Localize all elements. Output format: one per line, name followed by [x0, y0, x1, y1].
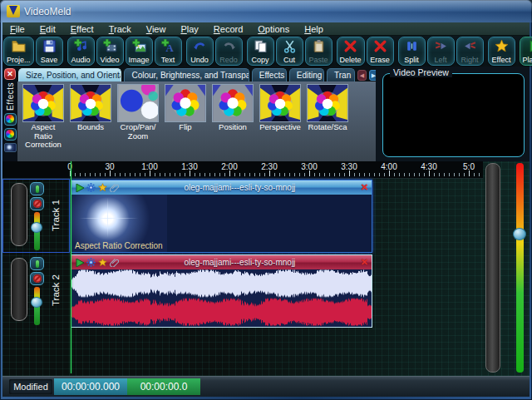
playhead-line[interactable]	[71, 161, 71, 373]
audio-clip-header[interactable]: oleg-majjami---esli-ty-so-mnojj ✕	[71, 255, 372, 269]
effect-label: Bounds	[77, 123, 104, 132]
erase-button[interactable]: Erase	[367, 37, 394, 66]
close-effects-icon[interactable]: ✕	[4, 68, 16, 80]
paste-icon	[312, 39, 326, 53]
track-2-pan-slider[interactable]	[11, 258, 27, 321]
track-1-monitor-button[interactable]	[30, 182, 44, 195]
track-row-1: Track 1 oleg-majjami---esli-ty-so-mnojj …	[2, 179, 483, 254]
menu-effect[interactable]: Effect	[63, 22, 101, 36]
undo-button[interactable]: Undo	[186, 37, 214, 66]
video-clip-header[interactable]: oleg-majjami---esli-ty-so-mnojj ✕	[71, 180, 372, 195]
audio-waveform[interactable]	[71, 269, 372, 327]
toolbar-button-label: Save	[41, 56, 58, 65]
audio-clip-title: oleg-majjami---esli-ty-so-mnojj	[121, 258, 358, 267]
colour-wheel-button-1[interactable]	[4, 113, 17, 126]
effect-flip[interactable]: Flip	[165, 84, 206, 161]
audio-button[interactable]: Audio	[67, 37, 95, 66]
effect-perspective[interactable]: Perspective	[259, 84, 301, 161]
clip-effect-star-icon[interactable]	[98, 183, 107, 192]
menu-help[interactable]: Help	[297, 22, 331, 36]
audio-clip[interactable]: oleg-majjami---esli-ty-so-mnojj ✕	[71, 254, 372, 328]
tab-editing[interactable]: Editing	[289, 68, 324, 81]
track-2-monitor-button[interactable]	[30, 257, 44, 270]
track-2-header: Track 2	[2, 254, 70, 328]
effect-rotate-sca[interactable]: Rotate/Sca	[307, 84, 348, 161]
copy-button[interactable]: Copy	[247, 37, 274, 66]
track-2-volume-slider[interactable]	[34, 287, 40, 325]
menu-track[interactable]: Track	[101, 22, 139, 36]
cut-button[interactable]: Cut	[276, 37, 303, 66]
toolbar-button-label: Cut	[283, 56, 295, 65]
menu-view[interactable]: View	[139, 22, 174, 36]
effect-button[interactable]: Effect	[488, 37, 515, 66]
menu-record[interactable]: Record	[206, 22, 250, 36]
effect-label: Rotate/Sca	[308, 123, 347, 132]
tab-size-position-and-orientation[interactable]: Size, Position, and Orientation	[18, 68, 121, 81]
track-1-mute-button[interactable]	[30, 197, 44, 210]
colour-wheel-button-2[interactable]	[4, 128, 17, 141]
video-preview-panel: Video Preview	[376, 67, 530, 161]
effect-crop-pan-zoom[interactable]: Crop/Pan/ Zoom	[117, 84, 159, 161]
clip-close-icon[interactable]: ✕	[361, 183, 368, 192]
level-bar-icon	[36, 185, 39, 193]
clip-play-icon[interactable]	[75, 258, 84, 267]
save-button[interactable]: Save	[36, 37, 63, 66]
proje-button[interactable]: Proje...	[3, 37, 34, 66]
menu-play[interactable]: Play	[173, 22, 205, 36]
clip-effect-star-icon[interactable]	[98, 258, 107, 267]
tabs-scroll-left-icon[interactable]: ◀	[357, 70, 367, 81]
effect-bounds[interactable]: Bounds	[70, 84, 111, 161]
videomeld-window: VideoMeld FileEditEffectTrackViewPlayRec…	[0, 0, 532, 400]
clip-play-icon[interactable]	[75, 183, 84, 192]
video-clip-title: oleg-majjami---esli-ty-so-mnojj	[121, 183, 358, 192]
video-clip[interactable]: oleg-majjami---esli-ty-so-mnojj ✕ Aspect…	[71, 180, 372, 253]
delete-button[interactable]: Delete	[337, 37, 365, 66]
status-bar: Modified 00:00:00.000 00:00:00.0	[2, 376, 530, 397]
menu-edit[interactable]: Edit	[32, 22, 63, 36]
image-button[interactable]: Image	[126, 37, 153, 66]
split-button[interactable]: Split	[398, 37, 426, 66]
time-ruler[interactable]: 0301:001:302:002:303:003:304:004:305:0	[2, 161, 483, 179]
tab-colour-brightness-and-transparency[interactable]: Colour, Brightness, and Transparency	[124, 68, 249, 81]
master-volume-knob[interactable]	[513, 228, 526, 240]
volume-knob[interactable]	[31, 297, 42, 308]
title-bar[interactable]: VideoMeld	[0, 0, 532, 22]
add-text-icon: A	[161, 39, 175, 53]
clip-settings-gear-icon[interactable]	[86, 258, 96, 267]
toolbar-group: SplitLeftRight	[398, 37, 484, 66]
video-preview-screen[interactable]	[382, 73, 525, 157]
ruler-label-4:30: 4:30	[421, 162, 436, 171]
effects-panel-label: Effects	[6, 82, 15, 111]
video-button[interactable]: Video	[96, 37, 124, 66]
track-1-volume-slider[interactable]	[34, 212, 40, 250]
clip-close-icon[interactable]: ✕	[361, 258, 368, 267]
clip-settings-gear-icon[interactable]	[86, 183, 96, 192]
clip-link-paperclip-icon[interactable]	[110, 258, 119, 267]
track-1-name: Track 1	[49, 179, 62, 253]
track-1-pan-slider[interactable]	[11, 183, 27, 246]
play-all-button[interactable]: Play All	[520, 37, 532, 66]
no-entry-icon	[33, 200, 42, 208]
menu-options[interactable]: Options	[250, 22, 297, 36]
text-button[interactable]: AText	[155, 37, 182, 66]
track-row-2: Track 2 oleg-majjami---esli-ty-so-mnojj …	[2, 254, 483, 328]
split-icon	[405, 39, 419, 53]
timeline[interactable]: 0301:001:302:002:303:003:304:004:305:0 T…	[2, 161, 530, 376]
volume-knob[interactable]	[31, 222, 42, 233]
master-volume-meter[interactable]	[516, 163, 524, 373]
menu-file[interactable]: File	[2, 22, 32, 36]
tab-effects[interactable]: Effects	[252, 68, 287, 81]
track-2-mute-button[interactable]	[30, 272, 44, 285]
clip-link-paperclip-icon[interactable]	[110, 183, 119, 192]
clip-mini-thumbnail[interactable]	[4, 143, 17, 152]
effect-position[interactable]: Position	[212, 84, 254, 161]
effect-aspect-ratio-correction[interactable]: Aspect Ratio Correction	[22, 84, 64, 161]
app-logo-icon	[7, 5, 20, 17]
tab-tran[interactable]: Tran	[327, 68, 355, 81]
tracks-vertical-scrollbar[interactable]	[485, 163, 500, 373]
toolbar: Proje...SaveAudioVideoImageATextUndoRedo…	[2, 36, 530, 67]
video-clip-body[interactable]: Aspect Ratio Correction	[71, 195, 372, 252]
colour-wheel-icon	[6, 115, 14, 123]
effect-thumbnail-icon	[212, 84, 254, 122]
no-entry-icon	[33, 274, 42, 283]
